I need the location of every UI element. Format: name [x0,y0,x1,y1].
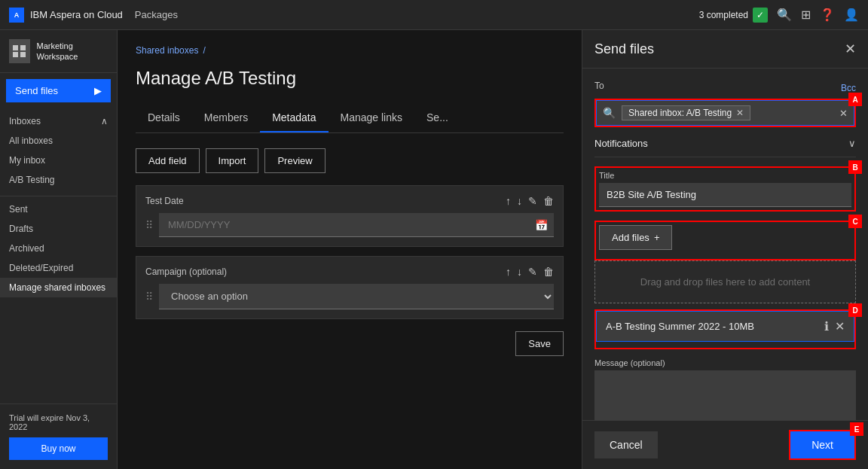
field-header-campaign: Campaign (optional) ↑ ↓ ✎ 🗑 [145,266,554,278]
sidebar-item-sent[interactable]: Sent [0,199,117,219]
title-field-annotated: B Title [594,166,856,212]
edit-icon[interactable]: ✎ [528,266,537,278]
drop-zone[interactable]: Drag and drop files here to add content [594,260,856,303]
tab-metadata[interactable]: Metadata [260,104,328,132]
completed-badge: ✓ [753,8,768,23]
breadcrumb-separator: / [203,45,205,56]
help-icon[interactable]: ❓ [820,8,835,22]
breadcrumb: Shared inboxes / [136,45,564,56]
main-content: Shared inboxes / Manage A/B Testing Deta… [118,30,582,469]
next-button[interactable]: Next [789,430,856,460]
tab-se[interactable]: Se... [414,104,460,132]
notifications-label: Notifications [594,138,648,149]
date-input[interactable] [159,213,554,237]
topbar-nav-packages[interactable]: Packages [135,9,178,20]
info-icon[interactable]: ℹ [824,319,829,333]
tab-details-label: Details [148,111,180,123]
annotation-e: E [850,422,863,436]
edit-icon[interactable]: ✎ [528,195,537,207]
import-button[interactable]: Import [206,148,259,173]
notifications-row[interactable]: Notifications ∨ [594,130,856,157]
check-icon: ✓ [756,10,764,20]
sidebar-item-drafts[interactable]: Drafts [0,219,117,239]
tab-details[interactable]: Details [136,104,192,132]
cancel-button[interactable]: Cancel [594,431,658,458]
message-textarea[interactable] [594,370,856,420]
logo-dot [13,45,18,50]
annotation-d: D [848,303,862,317]
inboxes-header[interactable]: Inboxes ∧ [0,111,117,131]
file-item-actions: ℹ ✕ [824,319,845,333]
add-files-label: Add files [612,232,649,243]
field-block-test-date: Test Date ↑ ↓ ✎ 🗑 ⠿ 📅 [136,185,564,247]
up-arrow-icon[interactable]: ↑ [506,195,511,207]
drafts-label: Drafts [9,224,33,234]
to-label: To [594,81,604,91]
delete-icon[interactable]: 🗑 [543,266,554,278]
completed-label: 3 completed [699,10,748,20]
ab-testing-label: A/B Testing [9,175,54,185]
add-files-inner: Add files + [596,222,854,259]
buy-now-button[interactable]: Buy now [9,437,108,460]
drag-handle-icon[interactable]: ⠿ [145,219,153,231]
sidebar-item-all-inboxes[interactable]: All inboxes [0,131,117,151]
to-tag-close-icon[interactable]: ✕ [736,108,744,118]
tab-manage-links[interactable]: Manage links [329,104,415,132]
tabs: Details Members Metadata Manage links Se… [136,104,564,133]
test-date-label: Test Date [145,196,184,206]
down-arrow-icon[interactable]: ↓ [517,266,522,278]
to-field-box[interactable]: 🔍 Shared inbox: A/B Testing ✕ ✕ [596,100,854,126]
sidebar-item-manage[interactable]: Manage shared inboxes [0,278,117,297]
down-arrow-icon[interactable]: ↓ [517,195,522,207]
add-files-row: Add files + [599,225,851,250]
sidebar-item-my-inbox[interactable]: My inbox [0,151,117,170]
breadcrumb-shared-inboxes[interactable]: Shared inboxes [136,45,198,56]
add-files-button[interactable]: Add files + [599,225,672,250]
inboxes-label: Inboxes [9,116,41,126]
sidebar-item-ab-testing[interactable]: A/B Testing [0,170,117,190]
close-icon[interactable]: ✕ [845,41,856,57]
field-actions-campaign: ↑ ↓ ✎ 🗑 [506,266,554,278]
remove-file-icon[interactable]: ✕ [835,319,845,333]
bcc-link[interactable]: Bcc [841,83,856,93]
add-field-button[interactable]: Add field [136,148,200,173]
tab-members[interactable]: Members [192,104,260,132]
sidebar-footer: Trial will expire Nov 3, 2022 Buy now [0,404,117,469]
brand-name: IBM Aspera on Cloud [30,9,123,20]
topbar-left: A IBM Aspera on Cloud Packages [9,8,178,23]
trial-label: Trial will expire Nov 3, 2022 [9,413,108,431]
send-arrow-icon: ▶ [94,85,102,96]
to-field-tag: Shared inbox: A/B Testing ✕ [622,105,750,120]
logo-dot [20,45,26,50]
preview-button[interactable]: Preview [264,148,325,173]
add-files-annotated: C Add files + [594,221,856,260]
save-button[interactable]: Save [515,331,564,356]
drag-handle-icon[interactable]: ⠿ [145,291,153,303]
grid-icon[interactable]: ⊞ [801,8,811,22]
title-input[interactable] [599,183,851,207]
all-inboxes-label: All inboxes [9,136,53,146]
annotation-a: A [848,93,862,106]
main-layout: Marketing Workspace Send files ▶ Inboxes… [0,30,868,469]
topbar-right: 3 completed ✓ 🔍 ⊞ ❓ 👤 [699,8,859,23]
user-icon[interactable]: 👤 [844,8,859,22]
sidebar-logo-area: Marketing Workspace [0,30,117,73]
sidebar-divider [0,196,117,196]
topbar: A IBM Aspera on Cloud Packages 3 complet… [0,0,868,30]
campaign-select[interactable]: Choose an option [159,284,554,309]
brand-logo: A [9,8,24,23]
sidebar-item-deleted[interactable]: Deleted/Expired [0,258,117,278]
up-arrow-icon[interactable]: ↑ [506,266,511,278]
sidebar: Marketing Workspace Send files ▶ Inboxes… [0,30,118,469]
delete-icon[interactable]: 🗑 [543,195,554,207]
to-field-clear-icon[interactable]: ✕ [839,108,848,119]
topbar-completed: 3 completed ✓ [699,8,768,23]
search-icon[interactable]: 🔍 [777,8,792,22]
sidebar-item-archived[interactable]: Archived [0,239,117,258]
message-label: Message (optional) [594,358,856,367]
send-files-button[interactable]: Send files ▶ [6,79,111,102]
tab-manage-links-label: Manage links [341,111,403,123]
file-item: A-B Testing Summer 2022 - 10MB ℹ ✕ [596,311,854,342]
send-files-label: Send files [15,85,58,96]
tab-members-label: Members [204,111,248,123]
